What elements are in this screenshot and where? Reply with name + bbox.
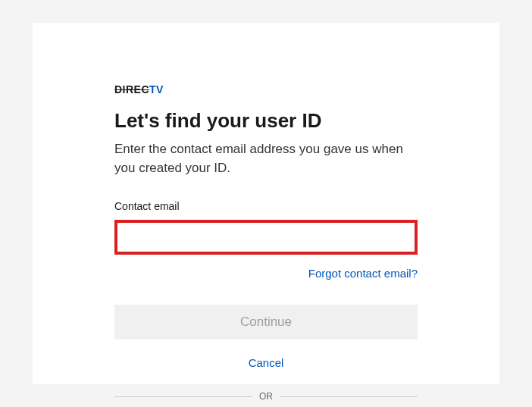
continue-button[interactable]: Continue xyxy=(114,305,418,340)
cancel-link[interactable]: Cancel xyxy=(249,356,284,369)
email-label: Contact email xyxy=(114,200,418,212)
directv-logo: DIRECTV xyxy=(114,83,418,95)
or-divider: OR xyxy=(114,391,418,402)
page-heading: Let's find your user ID xyxy=(114,109,418,133)
login-card: DIRECTV Let's find your user ID Enter th… xyxy=(33,23,499,384)
divider-text: OR xyxy=(259,391,273,402)
forgot-link-row: Forgot contact email? xyxy=(114,267,418,280)
cancel-row: Cancel xyxy=(114,356,418,370)
email-input[interactable] xyxy=(114,220,418,255)
logo-direc: DIREC xyxy=(114,83,149,95)
divider-line-right xyxy=(280,396,418,397)
page-subheading: Enter the contact email address you gave… xyxy=(114,140,418,177)
divider-line-left xyxy=(114,396,252,397)
forgot-contact-email-link[interactable]: Forgot contact email? xyxy=(308,267,418,280)
logo-tv: TV xyxy=(149,83,164,95)
